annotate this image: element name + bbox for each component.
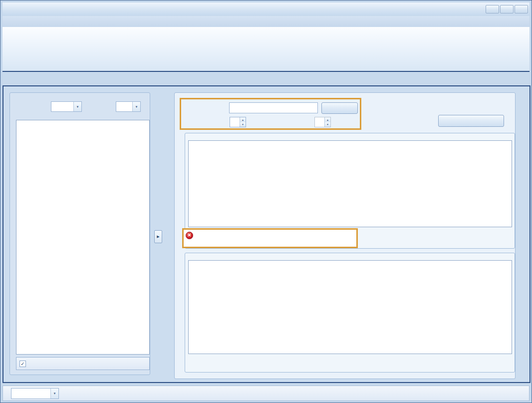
spinner-down-icon[interactable]: ▼ — [240, 122, 246, 127]
save-icon[interactable] — [507, 116, 516, 125]
status-bar: ▼ — [2, 386, 530, 401]
sap-system-value — [51, 102, 73, 111]
replace-first-letters-value — [230, 117, 240, 127]
characteristics-panel — [185, 253, 515, 373]
pencil-icon[interactable] — [127, 360, 135, 368]
namespace-params-box: ▲▼ ▲▼ — [180, 98, 361, 130]
filter-footer: ✓ — [16, 357, 150, 370]
key-figures-grid — [188, 140, 512, 227]
replace-first-letters-spinner[interactable]: ▲▼ — [230, 117, 246, 127]
version-select[interactable]: ▼ — [116, 101, 141, 112]
sap-system-select[interactable]: ▼ — [51, 101, 82, 112]
cut-technical-names-button[interactable] — [438, 115, 504, 127]
window-controls — [486, 5, 528, 13]
version-value — [116, 102, 132, 111]
technical-name-length-spinner[interactable]: ▲▼ — [314, 117, 331, 127]
menu-bar — [2, 16, 530, 27]
characteristics-grid — [188, 260, 512, 354]
close-button[interactable] — [515, 5, 528, 13]
database-icon — [492, 390, 500, 398]
key-figures-panel: ✕ — [185, 133, 515, 249]
user-icon — [513, 390, 521, 398]
title-bar — [2, 2, 530, 15]
spinner-down-icon[interactable]: ▼ — [325, 122, 330, 127]
chevron-down-icon[interactable]: ▼ — [132, 102, 140, 111]
chevron-down-icon[interactable]: ▼ — [50, 389, 58, 399]
validation-error-box: ✕ — [182, 228, 358, 248]
document-tab-bar — [2, 74, 530, 85]
app-window: ∧ ▼ ▼ ✓ ▶ — [0, 0, 532, 403]
maximize-button[interactable] — [500, 5, 514, 13]
clear-filter-icon[interactable] — [138, 360, 146, 368]
main-content: ▼ ▼ ✓ ▶ — [2, 85, 531, 383]
dp-logo-icon — [6, 5, 14, 13]
active-project-select[interactable]: ▼ — [11, 388, 59, 399]
active-project-value — [11, 389, 50, 399]
filter-enabled-checkbox[interactable]: ✓ — [19, 361, 26, 367]
namespace-prefix-input[interactable] — [229, 102, 318, 113]
spinner-up-icon[interactable]: ▲ — [325, 117, 330, 122]
minimize-button[interactable] — [486, 5, 499, 13]
technical-name-length-value — [315, 117, 324, 127]
collapse-left-panel-button[interactable]: ▶ — [154, 230, 162, 243]
apply-button[interactable] — [321, 102, 358, 114]
data-sources-panel: ▼ ▼ ✓ — [9, 92, 150, 375]
chevron-down-icon[interactable]: ▼ — [73, 102, 81, 111]
spinner-up-icon[interactable]: ▲ — [240, 117, 246, 122]
data-sources-grid — [16, 120, 150, 355]
ribbon — [2, 27, 530, 72]
info-objects-panel: ▲▼ ▲▼ ✕ — [174, 92, 516, 379]
error-icon: ✕ — [186, 232, 193, 239]
